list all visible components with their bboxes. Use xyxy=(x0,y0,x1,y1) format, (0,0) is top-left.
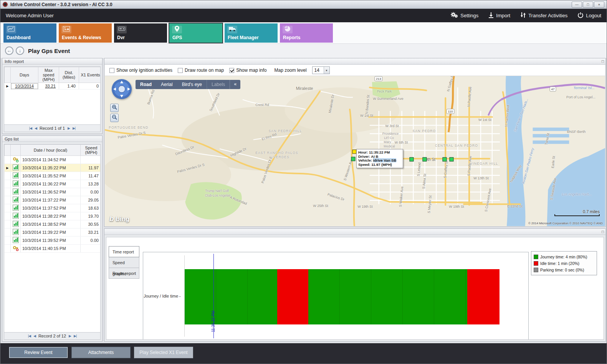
gps-datetime: 10/3/2014 11:36:22 PM xyxy=(21,180,81,188)
gps-marker[interactable] xyxy=(423,157,427,162)
gps-speed: 30.55 xyxy=(81,220,101,228)
checkbox-show-map-info[interactable]: Show map info xyxy=(229,68,266,73)
map-canvas[interactable]: MiralestePeck ParkW Summerland AveCrest … xyxy=(105,76,605,226)
row-marker-icon xyxy=(5,237,11,245)
map-zoom-out-button[interactable] xyxy=(110,114,119,122)
back-button[interactable]: ← xyxy=(5,46,13,55)
info-col-x1[interactable]: X1 Events xyxy=(79,67,101,83)
pager-prev-button[interactable]: ◀ xyxy=(35,126,37,130)
pager-next-button[interactable]: ▶ xyxy=(69,334,71,338)
panel-collapse-button[interactable]: □ xyxy=(602,58,604,65)
chart-segment-idle xyxy=(277,269,308,324)
gps-point-icon xyxy=(11,220,21,228)
pager-prev-button[interactable]: ◀ xyxy=(33,334,36,338)
gps-row[interactable]: 10/3/2014 11:38:22 PM19.70 xyxy=(5,212,101,220)
pager-text: Record 1 of 1 xyxy=(40,126,65,131)
gps-row[interactable]: 10/3/2014 11:37:22 PM29.05 xyxy=(5,196,101,204)
tab-gps[interactable]: GPS xyxy=(169,23,222,43)
map-style-collapse-button[interactable]: « xyxy=(230,80,240,89)
tab-time-report[interactable]: Time report xyxy=(109,246,139,257)
tab-fleet-manager[interactable]: Fleet Manager xyxy=(225,23,278,43)
minimize-button[interactable]: — xyxy=(572,2,582,8)
gps-col-speed[interactable]: Speed (MPH) xyxy=(81,145,101,156)
chevron-down-icon: ▼ xyxy=(324,67,329,74)
transfer-icon xyxy=(520,12,526,19)
import-button[interactable]: Import xyxy=(488,12,510,19)
maximize-button[interactable]: □ xyxy=(583,2,593,8)
pager-last-button[interactable]: ▶| xyxy=(74,334,76,338)
tab-events-reviews[interactable]: Events & Reviews xyxy=(59,23,112,43)
gps-row[interactable]: 10/3/2014 11:40:15 PM xyxy=(5,245,101,253)
gps-speed: 11.97 xyxy=(81,164,101,172)
panel-collapse-button[interactable]: □ xyxy=(602,229,604,235)
info-days-link[interactable]: 10/3/2014 xyxy=(11,83,38,89)
gps-datetime: 10/3/2014 11:35:52 PM xyxy=(21,172,81,180)
report-tabs: Time report Speed graphic Route report xyxy=(109,247,139,279)
info-report-pager: |◀ ◀ Record 1 of 1 ▶ ▶| xyxy=(4,124,100,132)
map-zoom-in-button[interactable] xyxy=(110,104,119,112)
map-style-aerial[interactable]: Aerial xyxy=(156,80,177,89)
tab-speed-graphic[interactable]: Speed graphic xyxy=(109,257,139,268)
app-window: Idrive Control Center - 3.0.2 version - … xyxy=(0,0,607,364)
settings-button[interactable]: Settings xyxy=(450,12,478,19)
legend-item: Journey time: 4 min (80%) xyxy=(534,253,594,260)
gps-speed: 29.05 xyxy=(81,196,101,204)
transfer-activities-button[interactable]: Transfer Activities xyxy=(520,12,567,19)
power-icon xyxy=(577,12,584,19)
map-style-labels[interactable]: Labels xyxy=(207,80,230,89)
close-button[interactable]: × xyxy=(594,2,604,8)
dvr-icon xyxy=(118,26,125,33)
checkbox-show-ignition[interactable]: Show only ignition activities xyxy=(109,68,172,73)
gps-row[interactable]: 10/3/2014 11:36:52 PM0.00 xyxy=(5,188,101,196)
attachments-button[interactable]: Attachments xyxy=(71,347,131,358)
gps-row[interactable]: 10/3/2014 11:34:52 PM xyxy=(5,156,101,164)
zoom-level-dropdown[interactable]: 14 ▼ xyxy=(312,66,330,74)
info-maxspeed-link[interactable]: 33.21 xyxy=(38,83,59,89)
gps-datetime: 10/3/2014 11:34:52 PM xyxy=(21,156,81,164)
ignition-marker[interactable] xyxy=(352,150,357,154)
gps-row[interactable]: 10/3/2014 11:36:22 PM13.28 xyxy=(5,180,101,188)
gps-datetime: 10/3/2014 11:38:52 PM xyxy=(21,220,81,228)
gps-col-datetime[interactable]: Date / hour (local) xyxy=(21,145,81,156)
gps-list-pager: |◀ ◀ Record 2 of 12 ▶ ▶| xyxy=(4,332,100,339)
gps-marker[interactable] xyxy=(450,157,454,162)
gps-row[interactable]: ▶10/3/2014 11:35:22 PM11.97 xyxy=(5,164,101,172)
map-compass-control[interactable] xyxy=(111,78,132,101)
gps-row[interactable]: 10/3/2014 11:37:52 PM18.63 xyxy=(5,204,101,212)
tab-route-report[interactable]: Route report xyxy=(109,268,139,279)
play-selected-x1-event-button[interactable]: Play Selected X1 Event xyxy=(134,347,193,358)
row-marker-icon xyxy=(5,180,11,188)
gps-speed: 19.70 xyxy=(81,212,101,220)
map-scale-bar xyxy=(554,214,600,216)
info-report-row[interactable]: ▶ 10/3/2014 33.21 1.40 0 xyxy=(5,83,101,89)
pager-first-button[interactable]: |◀ xyxy=(28,334,31,338)
tab-dashboard[interactable]: Dashboard xyxy=(3,23,56,43)
map-style-birdseye[interactable]: Bird's eye xyxy=(177,80,207,89)
info-col-dist[interactable]: Dist. (Miles) xyxy=(59,67,79,83)
gps-speed: 11.47 xyxy=(81,172,101,180)
pager-first-button[interactable]: |◀ xyxy=(29,126,32,130)
gps-row[interactable]: 10/3/2014 11:38:52 PM30.55 xyxy=(5,220,101,228)
gps-icon-header xyxy=(11,145,21,156)
pager-last-button[interactable]: ▶| xyxy=(73,126,75,130)
info-col-maxspeed[interactable]: Max speed (MPH) xyxy=(38,67,59,83)
tab-dvr[interactable]: Dvr xyxy=(114,23,167,43)
logout-button[interactable]: Logout xyxy=(577,12,601,19)
gps-marker[interactable] xyxy=(410,157,414,162)
gps-marker[interactable] xyxy=(443,157,447,162)
gps-row[interactable]: 10/3/2014 11:39:22 PM33.21 xyxy=(5,228,101,237)
page-header: ← ↓ Play Gps Event xyxy=(0,44,607,58)
gps-row[interactable]: 10/3/2014 11:39:52 PM0.00 xyxy=(5,237,101,245)
window-title: Idrive Control Center - 3.0.2 version - … xyxy=(10,2,572,7)
download-event-button[interactable]: ↓ xyxy=(16,46,24,55)
checkbox-draw-route[interactable]: Draw route on map xyxy=(178,68,224,73)
gps-marker[interactable] xyxy=(351,157,356,161)
info-col-days[interactable]: Days xyxy=(11,67,38,83)
pager-next-button[interactable]: ▶ xyxy=(68,126,70,130)
review-event-button[interactable]: Review Event xyxy=(9,347,68,358)
gps-row[interactable]: 10/3/2014 11:35:52 PM11.47 xyxy=(5,172,101,180)
tab-reports[interactable]: Reports xyxy=(280,23,333,43)
map-style-road[interactable]: Road xyxy=(136,80,156,89)
import-icon xyxy=(488,12,494,19)
gps-datetime: 10/3/2014 11:35:22 PM xyxy=(21,164,81,172)
